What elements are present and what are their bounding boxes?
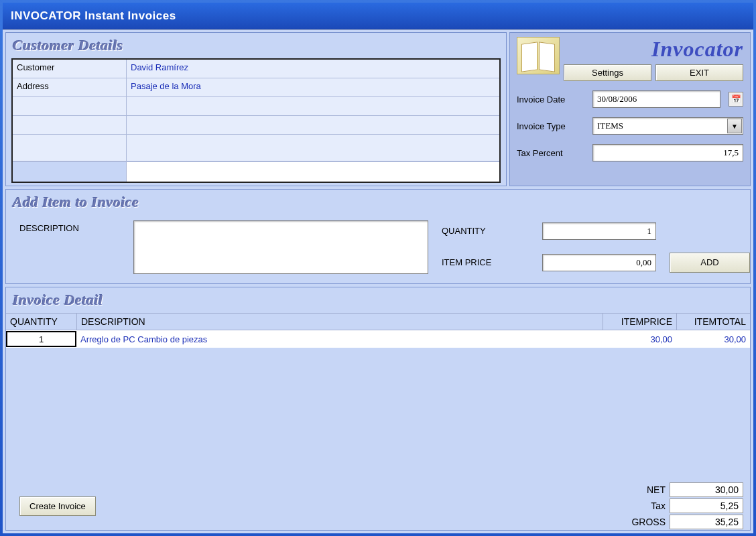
- invoice-type-label: Invoice Type: [517, 121, 587, 131]
- app-window: INVOCATOR Instant Invoices Customer Deta…: [0, 0, 756, 536]
- quantity-label: QUANTITY: [442, 226, 529, 236]
- client-area: Customer Details Customer David Ramírez …: [3, 29, 753, 533]
- customer-label: Customer: [13, 60, 127, 78]
- chevron-down-icon[interactable]: ▼: [727, 119, 742, 133]
- description-label: DESCRIPTION: [19, 220, 120, 233]
- customer-details-title: Customer Details: [6, 33, 506, 58]
- tax-label: Tax: [612, 500, 666, 511]
- net-value: 30,00: [670, 482, 743, 497]
- invoice-type-select[interactable]: [592, 117, 743, 135]
- customer-row-empty3: [13, 135, 499, 161]
- invoice-detail-title: Invoice Detail: [6, 287, 750, 313]
- customer-row-name: Customer David Ramírez: [13, 60, 499, 78]
- brand-text: Invocator: [564, 37, 743, 62]
- table-row[interactable]: 1 Arreglo de PC Cambio de piezas 30,00 3…: [6, 330, 750, 348]
- detail-footer: Create Invoice NET 30,00 Tax 5,25 GROSS …: [6, 480, 750, 530]
- detail-grid-header: QUANTITY DESCRIPTION ITEMPRICE ITEMTOTAL: [6, 313, 750, 330]
- add-item-panel: Add Item to Invoice DESCRIPTION QUANTITY…: [5, 189, 751, 284]
- top-row: Customer Details Customer David Ramírez …: [5, 32, 751, 186]
- exit-button[interactable]: EXIT: [655, 64, 743, 81]
- invoice-detail-panel: Invoice Detail QUANTITY DESCRIPTION ITEM…: [5, 287, 751, 531]
- address-label: Address: [13, 78, 127, 96]
- col-quantity: QUANTITY: [6, 314, 76, 330]
- calendar-icon[interactable]: 📅: [729, 92, 743, 107]
- cell-desc[interactable]: Arreglo de PC Cambio de piezas: [76, 333, 603, 346]
- quantity-input[interactable]: [542, 222, 656, 240]
- invoice-meta-panel: Invocator Settings EXIT Invoice Date 📅 I…: [509, 32, 751, 186]
- net-label: NET: [612, 484, 666, 495]
- cell-total: 30,00: [676, 333, 750, 346]
- settings-button[interactable]: Settings: [564, 64, 651, 81]
- customer-address-value[interactable]: Pasaje de la Mora: [127, 78, 499, 96]
- col-itemtotal: ITEMTOTAL: [676, 314, 750, 330]
- customer-name-value[interactable]: David Ramírez: [127, 60, 499, 78]
- create-invoice-button[interactable]: Create Invoice: [19, 496, 96, 516]
- col-itemprice: ITEMPRICE: [603, 314, 676, 330]
- customer-row-empty1: [13, 97, 499, 116]
- tax-percent-input[interactable]: [592, 144, 743, 161]
- description-input[interactable]: [133, 220, 428, 274]
- item-price-input[interactable]: [542, 254, 656, 271]
- customer-grid[interactable]: Customer David Ramírez Address Pasaje de…: [11, 58, 501, 183]
- tax-value: 5,25: [670, 498, 743, 513]
- gross-value: 35,25: [670, 515, 743, 529]
- customer-row-address: Address Pasaje de la Mora: [13, 78, 499, 97]
- totals-block: NET 30,00 Tax 5,25 GROSS 35,25: [612, 482, 743, 529]
- detail-grid-body[interactable]: 1 Arreglo de PC Cambio de piezas 30,00 3…: [6, 330, 750, 480]
- customer-row-empty2: [13, 116, 499, 135]
- customer-grid-footer: [13, 161, 499, 182]
- item-price-label: ITEM PRICE: [442, 257, 529, 267]
- col-description: DESCRIPTION: [76, 314, 603, 330]
- tax-percent-label: Tax Percent: [517, 148, 587, 158]
- invoice-date-input[interactable]: [592, 90, 720, 108]
- cell-price: 30,00: [603, 333, 676, 346]
- brand-icon: [517, 37, 560, 74]
- cell-qty[interactable]: 1: [6, 331, 76, 347]
- gross-label: GROSS: [612, 517, 666, 527]
- window-titlebar[interactable]: INVOCATOR Instant Invoices: [3, 3, 753, 29]
- customer-details-panel: Customer Details Customer David Ramírez …: [5, 32, 507, 186]
- add-button[interactable]: ADD: [670, 253, 750, 273]
- add-item-title: Add Item to Invoice: [6, 190, 750, 215]
- window-title: INVOCATOR Instant Invoices: [11, 9, 176, 23]
- invoice-date-label: Invoice Date: [517, 94, 587, 105]
